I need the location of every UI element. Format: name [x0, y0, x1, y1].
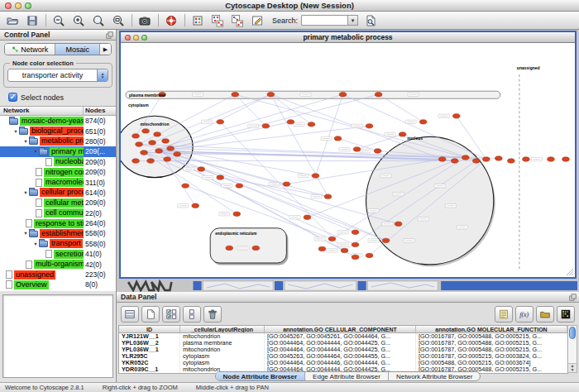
zoom-out-button[interactable] — [50, 12, 66, 28]
network-node[interactable] — [283, 182, 290, 186]
network-node[interactable] — [318, 246, 326, 251]
network-node[interactable] — [182, 184, 189, 188]
network-node[interactable] — [304, 215, 311, 219]
tab-mosaic[interactable]: Mosaic — [55, 44, 100, 55]
select-nodes-checkbox[interactable]: ✓ — [8, 93, 17, 102]
network-node[interactable] — [236, 184, 243, 188]
network-window-title-bar[interactable]: primary metabolic process — [121, 32, 575, 43]
network-node[interactable] — [167, 146, 175, 151]
network-node[interactable] — [382, 238, 390, 242]
network-node[interactable] — [352, 230, 359, 234]
table-cell[interactable]: [GO:0016787, GO:0005215, GO:0003824, G..… — [416, 353, 567, 360]
scrollbar-thumb[interactable] — [569, 327, 576, 339]
table-row[interactable]: YJR121W__1mitochondrion[GO:0045267, GO:0… — [119, 333, 567, 340]
tree-row[interactable]: multi-organism pro42(0) — [0, 259, 116, 269]
network-node[interactable] — [226, 246, 233, 250]
region-nucleus[interactable] — [366, 136, 494, 265]
tree-row[interactable]: mosaic-demo-yeast874(0) — [0, 116, 116, 126]
table-row[interactable]: YKR052Ccytoplasm[GO:0044464, GO:0044446,… — [119, 360, 567, 366]
network-node[interactable] — [141, 151, 148, 155]
zoom-selected-button[interactable] — [110, 12, 126, 28]
delete-attribute-button[interactable] — [203, 306, 222, 323]
network-node[interactable] — [287, 120, 294, 124]
network-node[interactable] — [174, 152, 181, 156]
network-node[interactable] — [508, 159, 515, 163]
tree-row[interactable]: ▼metabolic process280(0) — [0, 136, 116, 146]
browser-tab[interactable]: Node Attribute Browser — [216, 372, 306, 380]
table-cell[interactable]: [GO:0016787, GO:0005488, GO:0005215, G..… — [416, 340, 567, 347]
annotation-button[interactable] — [249, 12, 265, 28]
network-node[interactable] — [562, 157, 570, 161]
table-cell[interactable]: YJR121W__1 — [119, 333, 180, 340]
tree-expander-icon[interactable]: ▼ — [32, 241, 39, 246]
window-title-bar[interactable]: Cytoscape Desktop (New Session) — [0, 0, 579, 12]
tree-expander-icon[interactable]: ▼ — [22, 139, 29, 144]
table-column-header[interactable]: annotation.GO CELLULAR_COMPONENT — [265, 326, 416, 332]
network-node[interactable] — [366, 124, 373, 128]
network-node[interactable] — [132, 159, 140, 163]
tree-row[interactable]: ▼biological_process651(0) — [0, 126, 116, 136]
float-panel-icon[interactable] — [106, 31, 113, 39]
birds-eye-view[interactable] — [2, 294, 113, 378]
close-button[interactable] — [5, 2, 12, 9]
help-button[interactable] — [163, 12, 179, 28]
network-node[interactable] — [374, 149, 381, 153]
table-cell[interactable]: plasma membrane — [180, 340, 265, 347]
advanced-search-button[interactable] — [362, 12, 378, 28]
table-cell[interactable]: [GO:0044464, GO:0044444, GO:0044425, G..… — [265, 347, 416, 353]
attribute-editor-button[interactable] — [495, 306, 513, 323]
tree-row[interactable]: macromolecule311(0) — [0, 177, 116, 187]
table-column-header[interactable]: _cellularLayoutRegion — [180, 326, 265, 332]
tree-row[interactable]: nucleobase-209(0) — [0, 157, 116, 167]
network-node[interactable] — [366, 253, 373, 257]
frame-close-button[interactable] — [125, 35, 131, 41]
tree-row[interactable]: ▼primary metabol209(... — [0, 146, 116, 156]
tab-network[interactable]: Network — [5, 44, 55, 55]
frame-minimize-button[interactable] — [133, 35, 139, 41]
network-node[interactable] — [154, 132, 161, 136]
network-node[interactable] — [308, 122, 315, 127]
network-canvas[interactable]: plasma membranecytoplasmmitochondrionnuc… — [121, 43, 575, 277]
table-cell[interactable]: YPL036W__2 — [119, 340, 180, 347]
tree-column-nodes[interactable]: Nodes — [84, 107, 116, 115]
table-cell[interactable]: [GO:0005488, GO:0005215, GO:0003674] — [416, 360, 567, 366]
heatmap-button[interactable] — [557, 306, 575, 323]
table-cell[interactable]: [GO:0045263, GO:0044464, GO:0044455, G..… — [265, 353, 416, 360]
tree-expander-icon[interactable]: ▼ — [32, 149, 39, 154]
network-node[interactable] — [262, 124, 270, 128]
table-cell[interactable]: [GO:0044464, GO:0044444, GO:0044425, G..… — [265, 340, 416, 347]
tree-row[interactable]: ▼transport558(0) — [0, 239, 116, 249]
open-button[interactable] — [4, 12, 20, 28]
table-cell[interactable]: YKR052C — [119, 360, 180, 366]
zoom-fit-button[interactable] — [90, 12, 106, 28]
network-node[interactable] — [149, 141, 156, 145]
network-node[interactable] — [334, 136, 342, 141]
network-node[interactable] — [162, 139, 170, 143]
tree-row[interactable]: cell communicat22(0) — [0, 208, 116, 218]
network-node[interactable] — [217, 120, 224, 124]
network-node[interactable] — [375, 93, 382, 97]
network-node[interactable] — [472, 159, 480, 163]
network-node[interactable] — [341, 248, 348, 252]
layout-edges-button[interactable] — [229, 12, 245, 28]
network-node[interactable] — [482, 157, 490, 161]
table-cell[interactable]: [GO:0045267, GO:0045261, GO:0044464, G..… — [265, 333, 416, 340]
network-node[interactable] — [352, 242, 359, 246]
network-node[interactable] — [462, 155, 469, 160]
network-node[interactable] — [233, 212, 241, 216]
network-node[interactable] — [217, 175, 224, 179]
tree-column-network[interactable]: Network — [0, 107, 84, 115]
table-column-header[interactable]: ID — [119, 326, 180, 332]
frame-zoom-button[interactable] — [141, 35, 147, 41]
import-attributes-button[interactable] — [536, 306, 554, 323]
select-attributes-button[interactable] — [162, 306, 180, 323]
node-color-dropdown[interactable]: transporter activity ▲▼ — [7, 69, 108, 82]
minimize-button[interactable] — [15, 2, 22, 9]
network-node[interactable] — [232, 93, 239, 97]
new-attribute-button[interactable] — [141, 306, 160, 323]
table-cell[interactable]: YLR295C — [119, 353, 180, 360]
network-node[interactable] — [156, 149, 163, 153]
table-row[interactable]: YPL036W__1mitochondrion[GO:0044464, GO:0… — [119, 347, 567, 353]
network-node[interactable] — [548, 157, 555, 161]
snapshot-button[interactable] — [136, 12, 152, 28]
